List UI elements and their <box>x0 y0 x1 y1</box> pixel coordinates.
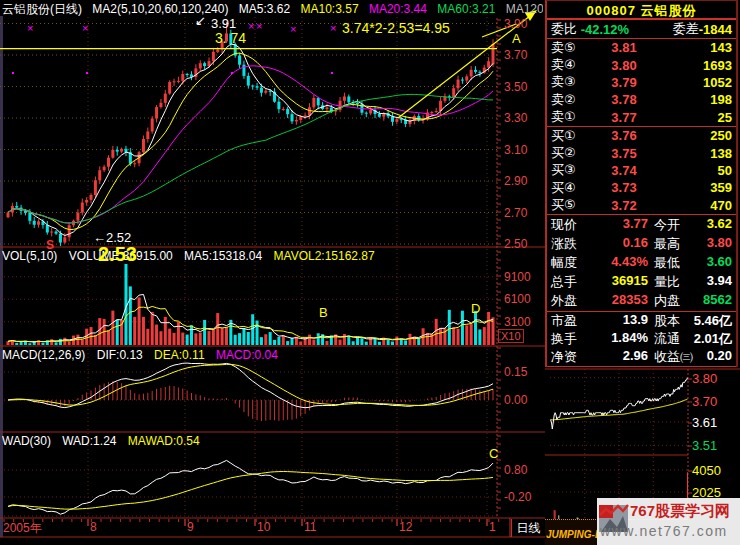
vol-mavol2: MAVOL2:15162.87 <box>274 249 375 263</box>
ask-qty: 1052 <box>655 75 732 90</box>
banner-text: JUMPING-D <box>546 529 598 540</box>
ma10-value: MA10:3.57 <box>301 2 359 16</box>
ask-qty: 25 <box>655 110 732 125</box>
price-axis-label: 3.90 <box>504 17 527 31</box>
period-selector[interactable]: 日线 <box>511 519 545 537</box>
quote-info-primary: 现价3.77今开3.62 涨跌0.16最高3.80 幅度4.43%最低3.60 … <box>547 215 736 312</box>
info-row: 换手1.84%流通2.01亿 <box>547 330 736 348</box>
mini-axis-label: 3.80 <box>692 371 717 386</box>
label-c-annotation: C <box>489 446 498 461</box>
weibi-row: 委比 -42.12% 委差 -1844 <box>547 20 736 39</box>
time-axis: 2005年 8 9 10 11 12 1 <box>0 519 545 537</box>
info-row: 幅度4.43%最低3.60 <box>547 253 736 272</box>
trendline-price-annotation: 3. 74 <box>215 30 246 46</box>
wad-axis-label: 0.80 <box>504 463 527 477</box>
vol-ma5: MA5:15318.04 <box>184 249 262 263</box>
info-label: 股本 <box>654 312 680 330</box>
info-label: 现价 <box>551 216 577 234</box>
info-row: 外盘28353内盘8562 <box>547 292 736 311</box>
watermark[interactable]: 767股票学习网 www.net767.com <box>597 498 740 545</box>
bid-row-4[interactable]: 买④3.73359 <box>547 179 736 196</box>
month-label: 12 <box>399 520 412 534</box>
info-value: 3.62 <box>707 216 732 234</box>
macd-header: MACD(12,26,9) DIF:0.13 DEA:0.11 MACD:0.0… <box>2 348 286 362</box>
drawing-x-mark: × <box>27 22 33 34</box>
info-value: 0.20 <box>707 348 732 366</box>
bid-row-2[interactable]: 买②3.75138 <box>547 144 736 161</box>
price-axis-label: 3.50 <box>504 80 527 94</box>
kline-chart[interactable] <box>0 0 545 545</box>
bid-price: 3.75 <box>593 146 655 161</box>
promo-banner[interactable]: JUMPING-D <box>545 519 598 545</box>
ask-row-3[interactable]: 卖③3.791052 <box>547 74 736 91</box>
month-label: 10 <box>257 520 270 534</box>
year-label: 2005年 <box>3 520 42 537</box>
info-label: 收益㈢ <box>654 348 693 366</box>
info-label: 今开 <box>654 216 680 234</box>
weicha-value: -1844 <box>699 22 732 37</box>
month-label: 8 <box>90 520 97 534</box>
ask-row-1[interactable]: 卖①3.7725 <box>547 109 736 126</box>
bid-price: 3.76 <box>593 128 655 143</box>
peak-arrow-icon: ↙ <box>195 13 206 28</box>
ask-qty: 198 <box>655 92 732 107</box>
info-value: 4.43% <box>611 254 648 272</box>
info-value: 0.16 <box>623 235 648 253</box>
bid-label: 买④ <box>551 179 593 197</box>
month-label: 9 <box>187 520 194 534</box>
macd-params: MACD(12,26,9) <box>2 348 85 362</box>
bid-label: 买② <box>551 144 593 162</box>
macd-dea: DEA:0.11 <box>154 348 204 362</box>
info-label: 总手 <box>551 273 577 291</box>
info-row: 总手36915量比3.94 <box>547 272 736 291</box>
drawing-x-mark: × <box>330 22 336 34</box>
label-d-annotation: D <box>471 301 480 316</box>
mini-axis-label: 3.61 <box>692 415 717 430</box>
bid-row-1[interactable]: 买①3.76250 <box>547 127 736 144</box>
info-value: 3.77 <box>623 216 648 234</box>
ma120-value: MA120: <box>506 2 543 16</box>
info-value: 1.84% <box>611 330 648 348</box>
weibi-value: -42.12% <box>581 22 673 37</box>
price-axis-label: 3.70 <box>504 48 527 62</box>
wad-params: WAD(30) <box>2 434 51 448</box>
stock-app-window: 云铝股份(日线) MA2(5,10,20,60,120,240) MA5:3.6… <box>0 0 740 545</box>
price-axis-label: 3.10 <box>504 143 527 157</box>
ask-label: 卖⑤ <box>551 39 593 57</box>
bid-row-3[interactable]: 买③3.7450 <box>547 162 736 179</box>
info-value: 2.01亿 <box>694 330 732 348</box>
ask-row-2[interactable]: 卖②3.78198 <box>547 91 736 108</box>
volume-axis-label: 6100 <box>504 292 531 306</box>
drawing-x-mark: × <box>290 23 296 35</box>
bid-price: 3.72 <box>593 198 655 213</box>
bid-row-5[interactable]: 买⑤3.72470 <box>547 197 736 214</box>
price-axis-label: 2.70 <box>504 206 527 220</box>
peak-price-annotation: 3.91 <box>211 16 236 31</box>
info-value: 2.96 <box>623 348 648 366</box>
volume-multiplier-badge: X10 <box>498 329 524 343</box>
ask-row-5[interactable]: 卖⑤3.81143 <box>547 39 736 56</box>
ask-levels: 卖⑤3.81143 卖④3.801693 卖③3.791052 卖②3.7819… <box>547 39 736 127</box>
info-label: 流通 <box>654 330 680 348</box>
ma60-value: MA60:3.21 <box>437 2 495 16</box>
month-label: 11 <box>304 520 316 534</box>
price-axis-label: 2.50 <box>504 237 527 251</box>
ask-qty: 1693 <box>655 58 732 73</box>
info-label: 换手 <box>551 330 577 348</box>
bid-label: 买③ <box>551 161 593 179</box>
volume-axis-label: 9100 <box>504 270 531 284</box>
ask-row-4[interactable]: 卖④3.801693 <box>547 56 736 73</box>
info-value: 28353 <box>612 292 648 310</box>
info-value: 3.60 <box>707 254 732 272</box>
bid-qty: 359 <box>655 180 732 195</box>
stock-code-title[interactable]: 000807 云铝股份 <box>547 1 736 20</box>
mini-axis-label: 3.51 <box>692 438 717 453</box>
bid-qty: 50 <box>655 163 732 178</box>
ask-price: 3.78 <box>593 92 655 107</box>
price-axis-label: 2.90 <box>504 174 527 188</box>
ask-price: 3.80 <box>593 58 655 73</box>
info-value: 5.46亿 <box>694 312 732 330</box>
bid-label: 买⑤ <box>551 196 593 214</box>
bid-qty: 138 <box>655 146 732 161</box>
stock-code: 000807 <box>586 3 635 18</box>
